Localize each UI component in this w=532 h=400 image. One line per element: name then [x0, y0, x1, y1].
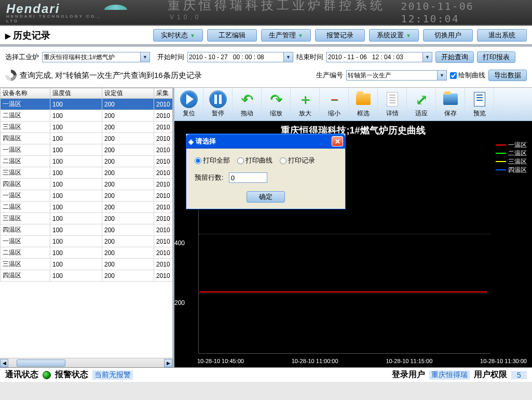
toolbar-button-zoom-in[interactable]: ＋放大 — [291, 88, 320, 121]
alarm-status-label: 报警状态 — [55, 369, 88, 380]
table-row[interactable]: 一温区1002002010 — [1, 190, 175, 202]
radio-label: 打印记录 — [288, 156, 315, 165]
dialog-titlebar[interactable]: ◈ 请选择 ✕ — [186, 134, 345, 149]
table-cell: 100 — [50, 167, 102, 179]
toolbar-button-pause[interactable]: 暂停 — [203, 88, 233, 121]
table-header[interactable]: 温度值 — [50, 88, 102, 99]
toolbar-button-reset[interactable]: 复位 — [174, 88, 203, 121]
dropdown-icon[interactable]: ▼ — [141, 52, 150, 62]
table-cell: 三温区 — [1, 167, 50, 179]
toolbar-button-zoom-out[interactable]: －缩小 — [320, 88, 349, 121]
nav-button[interactable]: 系统设置▼ — [369, 29, 419, 42]
start-query-button[interactable]: 开始查询 — [435, 51, 474, 63]
table-cell: 200 — [102, 99, 154, 110]
radio-label: 打印全部 — [203, 156, 230, 165]
furnace-value[interactable] — [42, 52, 141, 62]
table-row[interactable]: 二温区1002002010 — [1, 202, 175, 213]
end-time-value[interactable] — [326, 52, 423, 62]
table-row[interactable]: 三温区1002002010 — [1, 167, 175, 179]
radio-input[interactable] — [195, 157, 201, 164]
table-row[interactable]: 三温区1002002010 — [1, 213, 175, 224]
toolbar-button-zoom[interactable]: ↷缩放 — [262, 88, 291, 121]
horizontal-scrollbar[interactable]: ◀ ▶ — [0, 358, 172, 367]
brand-logo: Hendari HENDARI TECHNOLOGY CO., LTD — [6, 2, 126, 23]
table-row[interactable]: 一温区1002002010 — [1, 144, 175, 156]
start-time-label: 开始时间 — [157, 52, 184, 62]
scrollbar-thumb[interactable] — [17, 359, 65, 367]
table-row[interactable]: 三温区1002002010 — [1, 259, 175, 270]
dropdown-icon[interactable]: ▼ — [284, 52, 293, 62]
start-time-input[interactable]: ▼ — [187, 52, 293, 62]
table-cell: 2010 — [154, 259, 175, 270]
table-row[interactable]: 四温区1002002010 — [1, 179, 175, 190]
table-cell: 2010 — [154, 247, 175, 259]
radio-input[interactable] — [237, 157, 244, 164]
toolbar-button-drag[interactable]: ↶拖动 — [233, 88, 262, 121]
close-button[interactable]: ✕ — [332, 136, 343, 146]
toolbar-button-details[interactable]: 详情 — [378, 88, 407, 121]
table-cell: 二温区 — [1, 156, 50, 167]
main-content: 设备名称温度值设定值采集 一温区1002002010二温区1002002010三… — [0, 88, 532, 367]
production-id-value[interactable] — [346, 70, 438, 81]
dropdown-icon[interactable]: ▼ — [423, 52, 432, 62]
radio-input[interactable] — [280, 157, 287, 164]
table-row[interactable]: 二温区1002002010 — [1, 247, 175, 259]
page-title: 历史记录 — [5, 29, 50, 42]
table-header[interactable]: 设备名称 — [1, 88, 50, 99]
nav-button[interactable]: 工艺编辑 — [207, 29, 257, 42]
save-icon — [442, 90, 459, 108]
table-cell: 2010 — [154, 144, 175, 156]
nav-button[interactable]: 报警记录 — [315, 29, 365, 42]
start-time-value[interactable] — [187, 52, 284, 62]
reserve-lines-input[interactable] — [229, 172, 267, 183]
brand-name: Hendari — [6, 2, 60, 16]
table-cell: 2010 — [154, 213, 175, 224]
table-row[interactable]: 四温区1002002010 — [1, 133, 175, 144]
toolbar-button-save[interactable]: 保存 — [436, 88, 465, 121]
table-row[interactable]: 一温区1002002010 — [1, 99, 175, 110]
clock-display: 2010-11-06 12:10:04 — [401, 0, 526, 25]
export-data-button[interactable]: 导出数据 — [488, 70, 527, 81]
scroll-right-icon[interactable]: ▶ — [164, 359, 172, 367]
furnace-label: 选择工业炉 — [5, 52, 39, 62]
print-report-button[interactable]: 打印报表 — [477, 51, 515, 63]
print-radio-option[interactable]: 打印曲线 — [237, 156, 272, 165]
dialog-title-text: 请选择 — [196, 137, 216, 146]
table-row[interactable]: 二温区1002002010 — [1, 156, 175, 167]
end-time-input[interactable]: ▼ — [326, 52, 432, 62]
table-cell: 100 — [50, 236, 102, 247]
user-permission-label: 用户权限 — [474, 369, 507, 380]
production-id-select[interactable]: ▼ — [346, 70, 447, 81]
print-radio-option[interactable]: 打印全部 — [195, 156, 230, 165]
nav-button-label: 工艺编辑 — [219, 31, 245, 40]
table-cell: 2010 — [154, 167, 175, 179]
toolbar-button-select-box[interactable]: 框选 — [349, 88, 378, 121]
table-cell: 2010 — [154, 190, 175, 202]
toolbar-button-preview[interactable]: 预览 — [465, 88, 494, 121]
table-row[interactable]: 四温区1002002010 — [1, 224, 175, 236]
table-header[interactable]: 设定值 — [102, 88, 154, 99]
print-radio-option[interactable]: 打印记录 — [280, 156, 315, 165]
table-cell: 100 — [50, 247, 102, 259]
nav-button[interactable]: 切换用户 — [423, 29, 473, 42]
table-cell: 100 — [50, 202, 102, 213]
toolbar-button-fit[interactable]: ⤢适应 — [407, 88, 436, 121]
nav-button[interactable]: 生产管理▼ — [261, 29, 311, 42]
nav-button[interactable]: 退出系统 — [477, 29, 527, 42]
nav-button[interactable]: 实时状态▼ — [153, 29, 203, 42]
table-row[interactable]: 三温区1002002010 — [1, 122, 175, 133]
chart-toolbar: 复位暂停↶拖动↷缩放＋放大－缩小框选详情⤢适应保存预览 — [174, 88, 532, 121]
table-cell: 200 — [102, 247, 154, 259]
pause-icon — [209, 90, 227, 108]
scroll-left-icon[interactable]: ◀ — [0, 359, 8, 367]
dropdown-icon[interactable]: ▼ — [438, 70, 447, 81]
chart-canvas: 重庆恒得瑞科技;1#燃气炉历史曲线 一温区二温区三温区四温区 200400 10… — [174, 121, 532, 367]
table-row[interactable]: 一温区1002002010 — [1, 236, 175, 247]
table-row[interactable]: 二温区1002002010 — [1, 110, 175, 122]
ok-button[interactable]: 确定 — [247, 191, 285, 203]
furnace-select[interactable]: ▼ — [42, 52, 150, 62]
draw-curve-input[interactable] — [450, 72, 457, 79]
draw-curve-checkbox[interactable]: 绘制曲线 — [450, 71, 485, 80]
table-row[interactable]: 四温区1002002010 — [1, 270, 175, 282]
table-header[interactable]: 采集 — [154, 88, 175, 99]
